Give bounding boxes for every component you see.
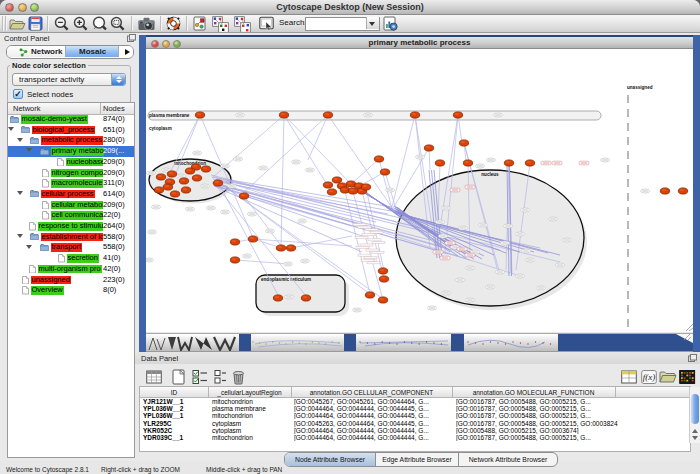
svg-text:unassigned: unassigned (627, 85, 653, 90)
svg-text:cytoplasm: cytoplasm (149, 126, 172, 131)
svg-text:f(x): f(x) (643, 372, 656, 382)
svg-text:nucleus: nucleus (481, 172, 499, 177)
svg-text:plasma membrane: plasma membrane (149, 113, 190, 118)
svg-text:mitochondrion: mitochondrion (174, 161, 206, 166)
